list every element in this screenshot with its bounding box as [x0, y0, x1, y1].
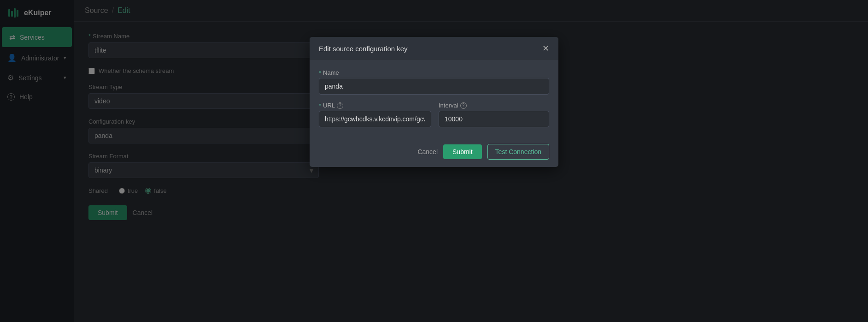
modal-name-label: * Name	[319, 69, 549, 76]
modal-name-required: *	[319, 69, 321, 76]
modal-close-button[interactable]: ✕	[542, 44, 549, 53]
modal-name-input[interactable]	[319, 78, 549, 95]
modal-interval-col: Interval ?	[439, 102, 549, 127]
modal-body: * Name * URL ? Interval	[310, 60, 558, 137]
modal-url-col: * URL ?	[319, 102, 431, 127]
modal-interval-label-text: Interval	[439, 102, 458, 109]
modal-dialog: Edit source configuration key ✕ * Name *…	[310, 37, 558, 167]
modal-interval-input[interactable]	[439, 111, 549, 127]
modal-overlay: Edit source configuration key ✕ * Name *…	[0, 0, 868, 322]
modal-url-label-text: URL	[323, 102, 335, 109]
modal-url-required: *	[319, 102, 321, 109]
modal-header: Edit source configuration key ✕	[310, 37, 558, 60]
modal-name-group: * Name	[319, 69, 549, 95]
modal-test-connection-button[interactable]: Test Connection	[487, 144, 549, 160]
url-help-icon[interactable]: ?	[337, 102, 343, 109]
modal-submit-button[interactable]: Submit	[443, 144, 482, 159]
interval-help-icon[interactable]: ?	[460, 102, 467, 109]
modal-title: Edit source configuration key	[319, 45, 408, 53]
modal-url-interval-row: * URL ? Interval ?	[319, 102, 549, 127]
modal-name-label-text: Name	[323, 69, 339, 76]
modal-footer: Cancel Submit Test Connection	[310, 137, 558, 167]
modal-url-label: * URL ?	[319, 102, 431, 109]
modal-interval-label: Interval ?	[439, 102, 549, 109]
modal-url-input[interactable]	[319, 111, 431, 127]
modal-cancel-button[interactable]: Cancel	[417, 148, 438, 155]
